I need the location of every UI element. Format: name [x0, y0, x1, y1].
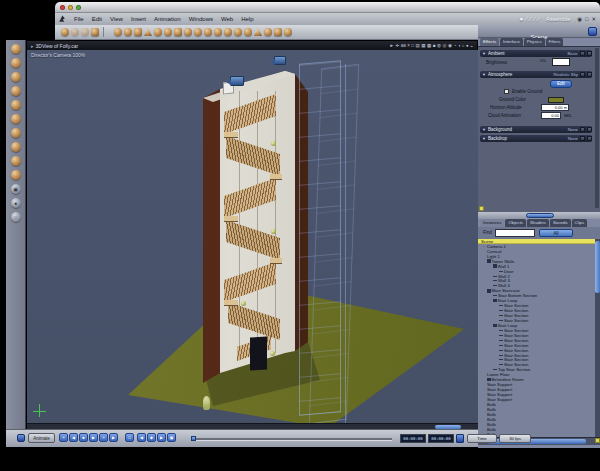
insert-fountain-icon[interactable]: [224, 28, 232, 36]
collapse-box-icon[interactable]: [493, 264, 497, 268]
resize-corner[interactable]: [479, 206, 484, 211]
window-title-bar[interactable]: [55, 2, 600, 13]
tab-clips[interactable]: Clips: [572, 219, 588, 227]
edit-atmosphere-button[interactable]: Edit: [550, 80, 572, 88]
bulb-light-3d[interactable]: [241, 301, 246, 306]
add-keyframe-button[interactable]: ◆: [147, 433, 156, 442]
stair-flight-3d[interactable]: [224, 94, 276, 134]
brightness-color-swatch[interactable]: [552, 58, 570, 66]
window-minimize-button[interactable]: [68, 5, 73, 10]
stop-button[interactable]: ■: [79, 433, 88, 442]
camera-view-icon-2[interactable]: ◑: [458, 41, 461, 50]
tab-shaders[interactable]: Shaders: [527, 219, 549, 227]
tab-instances[interactable]: Instances: [480, 219, 504, 227]
wireframe-mode-icon[interactable]: □: [411, 41, 414, 50]
tab-objects[interactable]: Objects: [505, 219, 526, 227]
insert-particle-emitter-icon[interactable]: [214, 28, 222, 36]
insert-metaball-icon[interactable]: [194, 28, 202, 36]
close-icon[interactable]: ✕: [591, 16, 596, 22]
collapse-box-icon[interactable]: [493, 299, 497, 303]
tab-effects[interactable]: Effects: [480, 38, 499, 46]
ambient-section-header[interactable]: ▼ Ambient Basic: [480, 50, 592, 57]
crosshair-icon[interactable]: ✛: [395, 41, 399, 50]
stair-flight-3d[interactable]: [224, 178, 276, 218]
collapse-box-icon[interactable]: [493, 324, 497, 328]
viewport-3d[interactable]: ▸ 3DView of Folly.car ►✛aa×□▤▦▩■◍◎◉◔◑○●◒: [26, 40, 478, 428]
backdrop-section-header[interactable]: ▼ Backdrop None: [480, 135, 592, 142]
stair-support-post-3d[interactable]: [275, 91, 276, 353]
tower-door-3d[interactable]: [250, 336, 267, 370]
insert-terrain-icon[interactable]: [254, 28, 262, 36]
universal-manipulator-icon[interactable]: [11, 142, 21, 152]
window-close-button[interactable]: [60, 5, 65, 10]
rotate-tool-icon[interactable]: [11, 72, 21, 82]
step-back-button[interactable]: ◀: [69, 433, 78, 442]
figure-object-3d[interactable]: [203, 396, 210, 410]
background-section-header[interactable]: ▼ Background None: [480, 126, 592, 133]
preview-quality-icon[interactable]: ◒: [470, 41, 473, 50]
clock-icon[interactable]: [456, 434, 464, 443]
zoom-tool-icon[interactable]: ○: [11, 212, 21, 222]
background-type-dropdown[interactable]: None: [568, 127, 578, 132]
menu-edit[interactable]: Edit: [88, 13, 106, 25]
globe-tool-icon[interactable]: [11, 156, 21, 166]
camera-object-3d[interactable]: [230, 76, 244, 86]
eraser-tool-icon[interactable]: [71, 28, 79, 36]
insert-cube-icon[interactable]: [134, 28, 142, 36]
cloud-animation-field[interactable]: 0.00: [541, 112, 561, 119]
menu-file[interactable]: File: [70, 13, 88, 25]
section-options-button[interactable]: [587, 136, 592, 141]
camera-dolly-icon[interactable]: ▣: [11, 184, 21, 194]
previous-keyframe-button[interactable]: ◀: [137, 433, 146, 442]
bulb-light-3d[interactable]: [270, 351, 275, 356]
menu-insert[interactable]: Insert: [127, 13, 150, 25]
antialias-icon[interactable]: aa: [401, 41, 406, 50]
brush-tool-icon[interactable]: [81, 28, 89, 36]
pen-tool-icon-1[interactable]: ∕: [526, 16, 527, 22]
globe-view-icon-2[interactable]: ◎: [443, 41, 447, 50]
insert-camera-icon[interactable]: [274, 28, 282, 36]
frame-rate-dropdown[interactable]: 30 fps: [499, 434, 531, 443]
total-time-field[interactable]: 00:00:00: [428, 434, 454, 443]
globe-view-icon-3[interactable]: ◉: [448, 41, 452, 50]
panel-collapse-icon[interactable]: [588, 27, 597, 36]
timeline-track[interactable]: [192, 438, 392, 440]
tab-sounds[interactable]: Sounds: [550, 219, 571, 227]
jump-start-button[interactable]: «: [59, 433, 68, 442]
minimize-icon[interactable]: □: [585, 16, 588, 22]
insert-torus-icon[interactable]: [164, 28, 172, 36]
insert-plane-icon[interactable]: [174, 28, 182, 36]
time-marker[interactable]: [191, 436, 196, 441]
stair-flight-3d[interactable]: [228, 302, 280, 340]
section-menu-button[interactable]: [580, 136, 585, 141]
section-menu-button[interactable]: [580, 51, 585, 56]
camera-view-icon-3[interactable]: ○: [462, 41, 465, 50]
menu-web[interactable]: Web: [217, 13, 237, 25]
menu-windows[interactable]: Windows: [185, 13, 217, 25]
tab-filters[interactable]: Filters: [546, 38, 564, 46]
delete-view-icon[interactable]: ×: [407, 41, 410, 50]
camera-pan-icon[interactable]: ●: [11, 198, 21, 208]
insert-figure-icon[interactable]: [284, 28, 292, 36]
enable-ground-checkbox[interactable]: [504, 89, 509, 94]
staircase-3d[interactable]: [220, 71, 295, 373]
bulb-light-3d[interactable]: [271, 229, 276, 234]
insert-cloud-icon[interactable]: [244, 28, 252, 36]
render-sphere-icon[interactable]: ●: [519, 16, 523, 22]
eye-icon[interactable]: ◉: [577, 16, 582, 22]
ambient-type-dropdown[interactable]: Basic: [567, 51, 578, 56]
stair-flight-3d[interactable]: [224, 262, 276, 302]
insert-light-icon[interactable]: [264, 28, 272, 36]
pointer-mode-icon[interactable]: ►: [389, 41, 393, 50]
disclosure-triangle-icon[interactable]: ▸: [31, 43, 34, 49]
collapse-triangle-icon[interactable]: ▼: [482, 72, 486, 77]
properties-scrollbar[interactable]: [595, 48, 599, 208]
find-filter-dropdown[interactable]: All: [539, 229, 573, 237]
lit-wireframe-mode-icon[interactable]: ▤: [416, 41, 420, 50]
axe-tool-icon[interactable]: [91, 28, 99, 36]
tree-scrollbar-thumb[interactable]: [595, 241, 600, 293]
loop-button[interactable]: □: [125, 433, 134, 442]
ground-color-swatch[interactable]: [548, 97, 564, 103]
flat-shade-mode-icon[interactable]: ▦: [421, 41, 425, 50]
paint-tool-icon[interactable]: [11, 114, 21, 124]
